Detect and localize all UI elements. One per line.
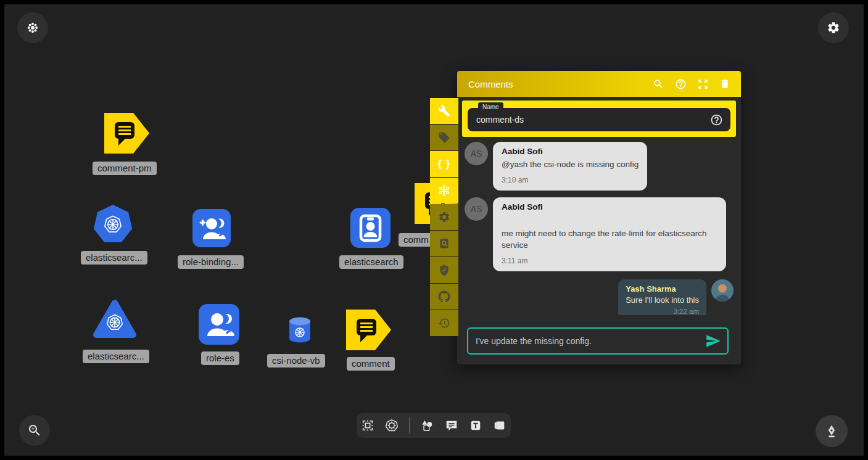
node-label: elasticsearch <box>339 255 403 269</box>
toolbar-item-settings[interactable] <box>430 204 458 230</box>
toolbar-item-config-json[interactable]: { } <box>430 151 458 177</box>
avatar: AS <box>465 197 488 221</box>
app-logo-flower-icon <box>26 21 39 35</box>
node-role-es[interactable] <box>199 304 239 345</box>
gear-icon <box>438 211 450 223</box>
node-elasticsearch-triangle[interactable] <box>93 298 137 339</box>
delete-icon[interactable] <box>719 78 730 89</box>
node-action-toolbar: { } <box>430 98 458 336</box>
zoom-in-icon <box>27 423 42 438</box>
message-time: 3:10 am <box>502 176 639 184</box>
name-help-icon[interactable] <box>710 113 723 126</box>
history-icon <box>438 317 450 329</box>
message-author: Yash Sharma <box>626 284 699 294</box>
node-elasticsearch-serviceaccount[interactable] <box>350 208 391 248</box>
panel-title: Comments <box>468 79 653 89</box>
message-author: Aabid Sofi <box>502 147 639 156</box>
name-field-wrapper: Name <box>462 101 736 137</box>
node-label: role-binding... <box>178 255 244 269</box>
avatar-photo <box>711 279 734 302</box>
comment-shape-icon[interactable] <box>445 419 458 432</box>
pen-nib-icon <box>824 424 839 438</box>
toolbar-item-doc-search[interactable] <box>430 231 458 257</box>
app-window: comment-pm elasticsearc... role-binding.… <box>0 0 868 460</box>
message-text: Sure I'll look into this <box>626 295 699 305</box>
note-shape-icon[interactable] <box>493 419 506 432</box>
message-text: @yash the csi-node is missing config <box>502 158 639 171</box>
comments-panel-header[interactable]: Comments <box>457 71 741 97</box>
toolbar-item-configure[interactable] <box>430 98 458 124</box>
message: AS Aabid Sofi @yash the csi-node is miss… <box>465 142 734 191</box>
node-csi-node-vb[interactable] <box>288 316 312 345</box>
toolbar-divider <box>409 417 410 433</box>
text-shape-icon[interactable] <box>469 419 482 432</box>
node-label: comment <box>347 357 395 371</box>
kubernetes-icon[interactable] <box>385 419 399 432</box>
app-logo-button[interactable] <box>17 12 48 43</box>
toolbar-item-label[interactable] <box>430 125 458 150</box>
zoom-button[interactable] <box>19 415 50 446</box>
pen-button[interactable] <box>816 415 848 447</box>
message: AS Aabid Sofi me might need to change th… <box>465 197 734 271</box>
send-icon[interactable] <box>705 333 721 349</box>
message-text: me might need to change the rate-limit f… <box>502 228 717 252</box>
name-field-label: Name <box>478 102 503 112</box>
help-icon[interactable] <box>675 78 687 90</box>
wrench-icon <box>438 105 450 117</box>
shapes-icon[interactable] <box>421 419 434 432</box>
node-label: role-es <box>201 351 239 365</box>
braces-icon: { } <box>438 158 451 170</box>
shield-icon <box>438 264 450 276</box>
message-time: 3:22 am <box>626 308 699 315</box>
search-icon[interactable] <box>653 78 664 90</box>
toolbar-item-security[interactable] <box>430 257 458 283</box>
comment-composer <box>467 327 729 355</box>
mesh-icon <box>437 184 451 197</box>
node-elasticsearch-heptagon[interactable] <box>93 204 133 245</box>
message-author: Aabid Sofi <box>502 202 717 212</box>
node-label: elasticsearc... <box>83 350 149 363</box>
expand-icon[interactable] <box>697 78 709 90</box>
toolbar-item-history[interactable] <box>430 310 458 336</box>
component-icon[interactable] <box>361 419 374 432</box>
name-input[interactable] <box>468 115 710 125</box>
node-label: elasticsearc... <box>81 251 147 265</box>
message-time: 3:11 am <box>502 257 717 265</box>
toolbar-item-mesh[interactable] <box>430 178 458 203</box>
settings-button[interactable] <box>818 12 849 43</box>
doc-search-icon <box>438 237 450 250</box>
gear-icon <box>827 21 840 35</box>
github-icon <box>438 290 450 303</box>
toolbar-item-github[interactable] <box>430 284 458 310</box>
message: Yash Sharma Sure I'll look into this 3:2… <box>465 279 734 315</box>
avatar: AS <box>465 142 488 165</box>
comments-panel: Comments Name <box>457 71 741 364</box>
node-role-binding[interactable] <box>192 209 231 247</box>
shape-toolbar <box>357 413 511 438</box>
node-comment-pm[interactable] <box>104 112 150 154</box>
tag-icon <box>438 131 450 144</box>
message-list[interactable]: AS Aabid Sofi @yash the csi-node is miss… <box>457 137 741 315</box>
node-comment[interactable] <box>345 309 392 351</box>
node-label: comment-pm <box>93 162 157 175</box>
comment-input[interactable] <box>468 336 705 346</box>
node-label: csi-node-vb <box>267 354 325 368</box>
